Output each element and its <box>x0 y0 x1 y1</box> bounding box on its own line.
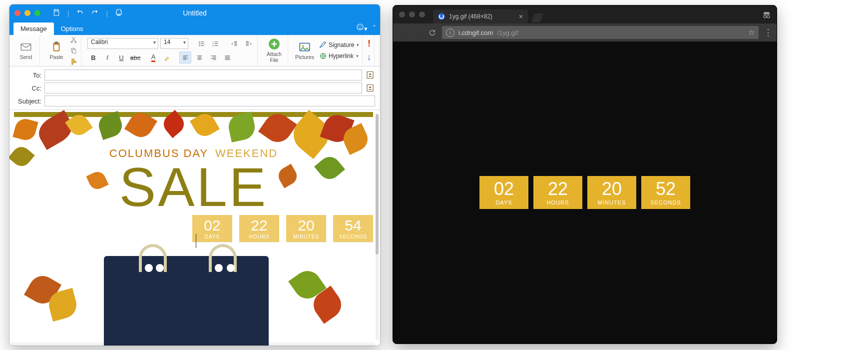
mac-traffic-lights <box>393 6 431 24</box>
align-left-icon[interactable] <box>179 52 191 64</box>
align-right-icon[interactable] <box>207 52 219 64</box>
svg-point-0 <box>357 24 363 30</box>
align-center-icon[interactable] <box>193 52 205 64</box>
numbering-icon[interactable]: 123 <box>209 38 221 50</box>
svg-rect-10 <box>72 50 75 54</box>
incognito-icon <box>762 10 772 21</box>
bold-button[interactable]: B <box>87 52 99 64</box>
email-sale-text: SALE <box>14 162 373 212</box>
format-painter-icon[interactable] <box>69 57 78 66</box>
redo-icon[interactable] <box>91 8 99 18</box>
bullets-icon[interactable] <box>195 38 207 50</box>
mac-traffic-lights <box>9 10 45 16</box>
countdown-days: 02DAYS <box>192 215 232 242</box>
browser-tab[interactable]: 1yg.gif (468×82) × <box>433 10 528 24</box>
site-info-icon[interactable]: i <box>446 28 454 37</box>
low-importance-icon[interactable]: ↓ <box>367 52 371 62</box>
copy-icon[interactable] <box>69 46 78 55</box>
bookmark-star-icon[interactable]: ☆ <box>748 28 755 37</box>
attach-file-button[interactable]: Attach File <box>264 38 285 63</box>
zoom-window-button[interactable] <box>34 10 40 16</box>
chrome-toolbar: i i.cdngif.com/1yg.gif ☆ ⋮ <box>393 24 777 42</box>
collapse-ribbon-icon[interactable]: ˄ <box>373 24 376 32</box>
close-tab-icon[interactable]: × <box>519 12 523 20</box>
paste-button[interactable]: Paste <box>46 40 67 60</box>
chrome-menu-icon[interactable]: ⋮ <box>764 27 773 38</box>
ribbon-tab-row: Message Options ▾ ˄ <box>9 22 380 35</box>
back-button[interactable] <box>397 28 407 38</box>
chrome-tabstrip: 1yg.gif (468×82) × <box>393 6 777 24</box>
countdown-seconds: 52SECONDS <box>641 176 690 209</box>
italic-button[interactable]: I <box>101 52 113 64</box>
svg-point-8 <box>74 41 76 42</box>
email-hero: COLUMBUS DAY WEEKEND SALE <box>14 117 373 212</box>
tab-message[interactable]: Message <box>13 22 54 35</box>
high-importance-icon[interactable]: ! <box>368 38 371 49</box>
font-color-icon[interactable]: A <box>147 52 159 64</box>
tab-options[interactable]: Options <box>54 22 90 35</box>
email-countdown: 02DAYS 22HOURS 20MINUTES 54SECONDS <box>14 215 373 242</box>
hyperlink-button[interactable]: Hyperlink <box>319 52 359 60</box>
chrome-viewport: 02DAYS 22HOURS 20MINUTES 52SECONDS <box>393 42 777 344</box>
favicon-icon <box>438 13 445 20</box>
to-input[interactable] <box>44 70 362 80</box>
subject-label: Subject: <box>14 98 41 105</box>
close-window-button[interactable] <box>399 12 405 18</box>
text-cursor <box>196 234 196 248</box>
cc-address-book-icon[interactable] <box>365 83 375 93</box>
svg-rect-6 <box>54 45 59 50</box>
subject-input[interactable] <box>44 96 375 106</box>
outdent-icon[interactable] <box>228 38 240 50</box>
signature-button[interactable]: Signature <box>319 41 359 49</box>
reload-button[interactable] <box>427 28 437 38</box>
cc-input[interactable] <box>44 82 362 94</box>
countdown-minutes: 20MINUTES <box>286 215 326 242</box>
svg-point-2 <box>361 26 362 27</box>
zoom-window-button[interactable] <box>419 12 425 18</box>
strikethrough-button[interactable]: abc <box>129 52 141 64</box>
compose-fields: To: Cc: Subject: <box>9 66 380 110</box>
group-names: Check Names <box>378 35 381 66</box>
new-tab-button[interactable] <box>532 12 543 24</box>
url-host: i.cdngif.com <box>458 29 493 36</box>
compose-body[interactable]: COLUMBUS DAY WEEKEND SALE 02DAYS 22HOURS… <box>9 110 380 346</box>
save-icon[interactable] <box>52 8 60 18</box>
svg-text:3: 3 <box>212 44 214 47</box>
cut-icon[interactable] <box>69 35 78 44</box>
countdown-hours: 22HOURS <box>533 176 582 209</box>
chrome-window: 1yg.gif (468×82) × i i.cdngif.com/1yg.gi… <box>393 5 777 344</box>
quick-access-toolbar: | | <box>52 8 123 18</box>
print-icon[interactable] <box>115 8 123 18</box>
countdown-minutes: 20MINUTES <box>587 176 636 209</box>
outlook-window: | | Untitled Message Options ▾ ˄ Send <box>9 4 381 346</box>
gif-countdown: 02DAYS 22HOURS 20MINUTES 52SECONDS <box>479 176 690 209</box>
highlight-icon[interactable] <box>161 52 173 64</box>
group-basic-text: Calibri 14 123 B I U abc A <box>84 35 258 66</box>
group-misc: ! ↓ <box>366 35 375 66</box>
svg-point-1 <box>359 26 360 27</box>
cc-label: Cc: <box>14 84 41 92</box>
url-path: /1yg.gif <box>497 29 518 36</box>
close-window-button[interactable] <box>14 10 20 16</box>
pictures-button[interactable]: Pictures <box>294 40 315 60</box>
emoji-icon[interactable]: ▾ <box>356 23 368 32</box>
outlook-titlebar: | | Untitled <box>9 4 380 22</box>
justify-icon[interactable] <box>221 52 233 64</box>
font-name-combo[interactable]: Calibri <box>87 38 158 49</box>
countdown-days: 02DAYS <box>479 176 528 209</box>
group-clipboard: Paste <box>43 35 81 66</box>
send-button[interactable]: Send <box>15 40 36 60</box>
minimize-window-button[interactable] <box>409 12 415 18</box>
svg-rect-5 <box>55 42 58 44</box>
font-size-combo[interactable]: 14 <box>160 38 188 49</box>
underline-button[interactable]: U <box>115 52 127 64</box>
vertical-scrollbar[interactable] <box>376 114 379 340</box>
minimize-window-button[interactable] <box>24 10 30 16</box>
to-address-book-icon[interactable] <box>365 70 375 80</box>
forward-button[interactable] <box>412 28 422 38</box>
svg-rect-3 <box>21 44 31 50</box>
undo-icon[interactable] <box>76 8 84 18</box>
address-bar[interactable]: i i.cdngif.com/1yg.gif ☆ <box>442 26 759 39</box>
svg-point-28 <box>767 16 770 18</box>
indent-icon[interactable] <box>242 38 254 50</box>
